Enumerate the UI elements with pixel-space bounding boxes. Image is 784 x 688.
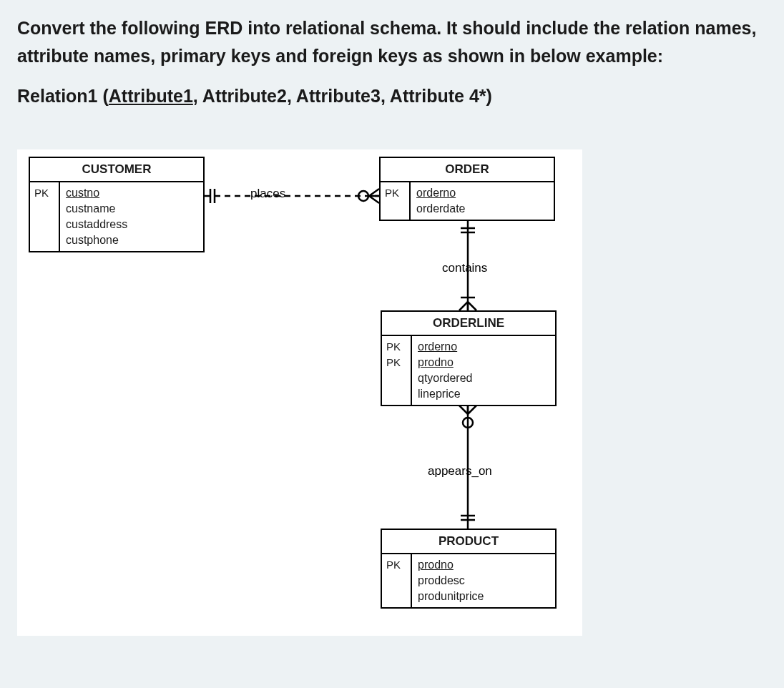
entity-orderline-pk-col: PK PK [382, 336, 412, 405]
attr-custname: custname [66, 201, 197, 217]
pk-label: PK [386, 355, 406, 370]
svg-line-4 [369, 189, 379, 196]
erd-diagram: CUSTOMER PK custno custname custaddress … [17, 149, 582, 636]
pk-label: PK [34, 185, 54, 201]
attr-qtyordered: qtyordered [418, 370, 549, 386]
attr-produnitprice: produnitprice [418, 589, 549, 604]
connector-places [205, 185, 379, 207]
entity-customer-pk-col: PK [30, 182, 60, 251]
example-relation-comma: , [193, 86, 198, 106]
svg-line-15 [459, 406, 468, 414]
attr-prodno: prodno [418, 557, 549, 573]
pk-label: PK [386, 557, 406, 573]
relationship-appears-on-label: appears_on [428, 464, 492, 478]
entity-product-pk-col: PK [382, 554, 412, 607]
attr-proddesc: proddesc [418, 573, 549, 589]
entity-order: ORDER PK orderno orderdate [379, 157, 555, 221]
attr-orderno: orderno [418, 339, 549, 355]
relationship-places-label: places [250, 187, 285, 201]
attr-custphone: custphone [66, 232, 197, 248]
example-relation-rest: Attribute2, Attribute3, Attribute 4*) [198, 86, 492, 106]
example-relation-prefix: Relation1 ( [17, 86, 109, 106]
attr-custno: custno [66, 185, 197, 201]
entity-customer: CUSTOMER PK custno custname custaddress … [29, 157, 205, 252]
entity-product: PRODUCT PK prodno proddesc produnitprice [381, 529, 557, 609]
entity-order-attrs: orderno orderdate [411, 182, 554, 220]
entity-customer-attrs: custno custname custaddress custphone [60, 182, 203, 251]
svg-line-17 [468, 406, 476, 414]
relationship-contains-label: contains [442, 261, 487, 275]
entity-customer-title: CUSTOMER [30, 158, 203, 182]
svg-line-6 [369, 196, 379, 203]
entity-product-attrs: prodno proddesc produnitprice [412, 554, 555, 607]
question-prompt: Convert the following ERD into relationa… [17, 14, 767, 70]
attr-orderno: orderno [416, 185, 548, 201]
example-relation-pk: Attribute1 [109, 86, 193, 106]
pk-label: PK [385, 185, 405, 201]
entity-orderline-attrs: orderno prodno qtyordered lineprice [412, 336, 555, 405]
svg-line-11 [459, 302, 468, 310]
entity-order-title: ORDER [381, 158, 554, 182]
entity-orderline: ORDERLINE PK PK orderno prodno qtyordere… [381, 310, 557, 406]
entity-order-pk-col: PK [381, 182, 411, 220]
entity-orderline-title: ORDERLINE [382, 312, 555, 336]
attr-lineprice: lineprice [418, 386, 549, 402]
pk-label: PK [386, 339, 406, 355]
attr-prodno: prodno [418, 355, 549, 370]
example-relation-format: Relation1 (Attribute1, Attribute2, Attri… [17, 86, 767, 107]
attr-custaddress: custaddress [66, 217, 197, 232]
svg-line-13 [468, 302, 476, 310]
attr-orderdate: orderdate [416, 201, 548, 217]
entity-product-title: PRODUCT [382, 530, 555, 554]
